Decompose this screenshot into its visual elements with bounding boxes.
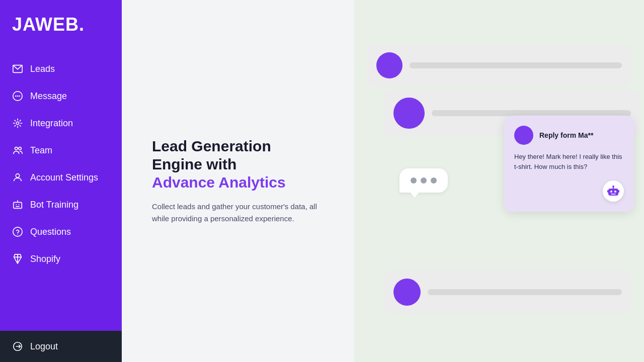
svg-rect-18 [16,204,17,205]
main-content: Lead Generation Engine with Advance Anal… [122,0,354,362]
sidebar-label-integration: Integration [30,118,73,129]
sidebar-item-account-settings[interactable]: Account Settings [0,164,122,191]
bar-line-top [410,62,622,68]
headline-part1: Lead Generation Engine with [152,138,271,172]
chat-card-footer [514,180,624,202]
mail-icon [12,63,23,74]
svg-point-15 [19,147,22,150]
typing-dot-2 [421,177,427,184]
svg-point-2 [15,96,17,97]
svg-line-10 [15,120,16,122]
sidebar-item-team[interactable]: Team [0,137,122,164]
avatar-mid [393,98,425,129]
chat-card-message: Hey there! Mark here! I really like this… [514,152,624,171]
avatar-top [376,52,403,78]
typing-dot-1 [411,177,417,184]
sidebar-label-leads: Leads [30,64,55,74]
avatar-bottom [393,279,421,306]
typing-bubble [399,168,448,193]
bot-training-icon [12,199,23,210]
svg-point-4 [19,96,20,97]
sidebar-label-questions: Questions [30,227,71,237]
team-icon [12,145,23,156]
chat-bar-bottom [384,270,631,314]
typing-dot-3 [431,177,437,184]
logo-area: JAWEB. [0,0,122,50]
chat-card: Reply form Ma** Hey there! Mark here! I … [504,116,634,212]
svg-rect-28 [607,190,609,193]
nav-menu: Leads Message Integration Team [0,50,122,331]
sidebar-label-message: Message [30,91,67,102]
sidebar: JAWEB. Leads Message Integration [0,0,122,362]
logo: JAWEB. [12,14,85,35]
sidebar-label-account-settings: Account Settings [30,172,98,183]
svg-line-12 [20,120,21,122]
chat-bar-top [367,44,631,86]
bot-icon [607,185,620,198]
bot-avatar [603,180,624,202]
integration-icon [12,118,23,129]
sidebar-label-shopify: Shopify [30,254,60,264]
svg-point-5 [16,122,19,125]
logout-label: Logout [30,341,58,352]
sidebar-item-shopify[interactable]: Shopify [0,245,122,273]
svg-point-22 [17,234,18,235]
svg-line-13 [15,125,16,127]
logout-icon [12,341,23,352]
description: Collect leads and gather your customer's… [152,201,324,225]
headline-accent: Advance Analytics [152,174,286,191]
account-icon [12,172,23,183]
shopify-icon [12,253,23,264]
svg-point-16 [16,174,19,177]
sidebar-item-questions[interactable]: Questions [0,218,122,245]
message-icon [12,90,23,102]
svg-rect-19 [19,204,20,205]
svg-point-25 [610,191,612,193]
chat-card-sender: Reply form Ma** [539,131,593,139]
sidebar-label-bot-training: Bot Training [30,200,78,210]
sidebar-item-leads[interactable]: Leads [0,55,122,82]
chat-card-avatar [514,126,533,145]
svg-point-14 [15,147,18,150]
svg-rect-29 [618,190,620,193]
svg-point-27 [612,186,614,188]
logout-button[interactable]: Logout [0,331,122,362]
sidebar-item-message[interactable]: Message [0,82,122,110]
questions-icon [12,226,23,237]
right-panel: Reply form Ma** Hey there! Mark here! I … [354,0,644,362]
svg-rect-17 [14,202,22,208]
svg-point-3 [17,96,19,97]
sidebar-item-integration[interactable]: Integration [0,110,122,137]
chat-card-header: Reply form Ma** [514,126,624,145]
bar-line-bottom [428,289,622,295]
sidebar-label-team: Team [30,145,52,156]
svg-line-11 [20,125,21,127]
svg-rect-24 [608,189,618,196]
sidebar-item-bot-training[interactable]: Bot Training [0,191,122,218]
svg-point-20 [17,200,18,201]
svg-point-21 [13,227,22,236]
svg-point-26 [614,191,616,193]
headline: Lead Generation Engine with Advance Anal… [152,137,324,192]
